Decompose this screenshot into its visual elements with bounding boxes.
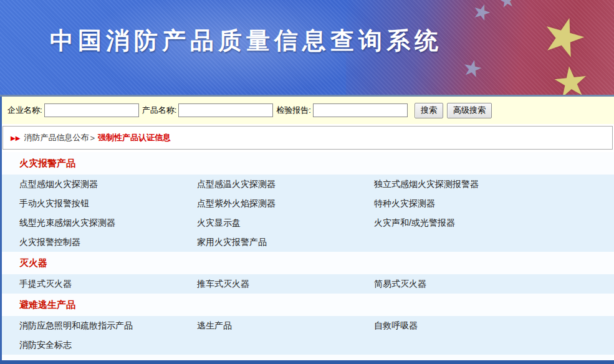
link-cell: 火灾声和/或光警报器	[374, 217, 614, 229]
search-button[interactable]: 搜索	[415, 103, 443, 118]
content: 企业名称: 产品名称: 检验报告: 搜索 高级搜索 ▶▶ 消防产品信息公布 > …	[0, 97, 614, 360]
link-cell: 逃生产品	[197, 320, 374, 332]
product-name-label: 产品名称:	[142, 105, 177, 116]
link-row: 线型光束感烟火灾探测器火灾显示盘火灾声和/或光警报器	[2, 213, 614, 232]
search-bar: 企业名称: 产品名称: 检验报告: 搜索 高级搜索	[2, 97, 614, 124]
product-link[interactable]: 推车式灭火器	[197, 279, 249, 289]
product-link[interactable]: 手动火灾报警按钮	[19, 198, 89, 208]
product-link[interactable]: 独立式感烟火灾探测报警器	[374, 179, 479, 189]
link-block: 消防应急照明和疏散指示产品逃生产品自救呼吸器消防安全标志	[2, 316, 614, 355]
breadcrumb-separator: >	[90, 133, 95, 143]
link-row: 手提式灭火器推车式灭火器简易式灭火器	[2, 274, 614, 294]
link-cell: 手动火灾报警按钮	[2, 198, 197, 209]
product-link[interactable]: 线型光束感烟火灾探测器	[19, 218, 115, 228]
link-cell: 家用火灾报警产品	[197, 236, 374, 248]
product-link[interactable]: 点型感温火灾探测器	[197, 179, 276, 189]
breadcrumb-wrap: ▶▶ 消防产品信息公布 > 强制性产品认证信息	[2, 124, 614, 152]
breadcrumb-current: 强制性产品认证信息	[98, 132, 171, 143]
link-cell: 独立式感烟火灾探测报警器	[374, 178, 614, 190]
banner: ★ ★ ★ ★ ★ 中国消防产品质量信息查询系统	[0, 0, 614, 97]
link-cell: 火灾报警控制器	[2, 236, 197, 248]
company-name-group: 企业名称:	[7, 103, 139, 117]
page-title: 中国消防产品质量信息查询系统	[0, 25, 492, 57]
product-link[interactable]: 火灾报警控制器	[19, 237, 80, 247]
link-cell: 推车式灭火器	[197, 278, 374, 290]
link-cell: 自救呼吸器	[374, 320, 614, 332]
link-cell: 点型感烟火灾探测器	[2, 178, 197, 190]
product-link[interactable]: 火灾声和/或光警报器	[374, 218, 455, 228]
link-row: 消防应急照明和疏散指示产品逃生产品自救呼吸器	[2, 316, 614, 335]
link-cell: 火灾显示盘	[197, 217, 374, 229]
breadcrumb-parent-link[interactable]: 消防产品信息公布	[24, 132, 89, 143]
product-link[interactable]: 特种火灾探测器	[374, 198, 435, 208]
company-name-input[interactable]	[44, 103, 139, 117]
inspection-report-input[interactable]	[313, 103, 408, 117]
link-cell: 简易式灭火器	[374, 278, 614, 290]
product-link[interactable]: 逃生产品	[197, 320, 232, 330]
breadcrumb: ▶▶ 消防产品信息公布 > 强制性产品认证信息	[2, 126, 613, 150]
page: ★ ★ ★ ★ ★ 中国消防产品质量信息查询系统 企业名称: 产品名称: 检验报…	[0, 0, 614, 364]
inspection-report-label: 检验报告:	[276, 105, 311, 116]
link-row: 点型感烟火灾探测器点型感温火灾探测器独立式感烟火灾探测报警器	[2, 175, 614, 194]
section-title: 避难逃生产品	[2, 294, 614, 316]
product-link[interactable]: 消防应急照明和疏散指示产品	[19, 320, 133, 330]
link-cell: 特种火灾探测器	[374, 198, 614, 209]
link-row: 火灾报警控制器家用火灾报警产品	[2, 232, 614, 252]
product-name-input[interactable]	[178, 103, 273, 117]
sections: 火灾报警产品点型感烟火灾探测器点型感温火灾探测器独立式感烟火灾探测报警器手动火灾…	[2, 152, 614, 360]
link-row: 消防安全标志	[2, 335, 614, 355]
link-block: 点型感烟火灾探测器点型感温火灾探测器独立式感烟火灾探测报警器手动火灾报警按钮点型…	[2, 175, 614, 252]
product-link[interactable]: 家用火灾报警产品	[197, 237, 267, 247]
double-arrow-icon: ▶▶	[11, 135, 20, 141]
link-cell: 消防应急照明和疏散指示产品	[2, 320, 197, 332]
section-title: 灭火器	[2, 252, 614, 274]
inspection-report-group: 检验报告:	[276, 103, 408, 117]
product-name-group: 产品名称:	[142, 103, 274, 117]
product-link[interactable]: 点型感烟火灾探测器	[19, 179, 98, 189]
link-cell: 点型紫外火焰探测器	[197, 198, 374, 209]
link-cell: 点型感温火灾探测器	[197, 178, 374, 190]
section-title: 火灾报警产品	[2, 152, 614, 175]
product-link[interactable]: 火灾显示盘	[197, 218, 241, 228]
company-name-label: 企业名称:	[7, 105, 42, 116]
product-link[interactable]: 点型紫外火焰探测器	[197, 198, 276, 208]
bottom-border-bar	[0, 360, 614, 364]
product-link[interactable]: 手提式灭火器	[19, 279, 72, 289]
link-block: 手提式灭火器推车式灭火器简易式灭火器	[2, 274, 614, 294]
product-link[interactable]: 简易式灭火器	[374, 279, 426, 289]
product-link[interactable]: 自救呼吸器	[374, 320, 418, 330]
link-cell: 线型光束感烟火灾探测器	[2, 217, 197, 229]
link-cell: 手提式灭火器	[2, 278, 197, 290]
bottom-spacer	[2, 355, 614, 360]
product-link[interactable]: 消防安全标志	[19, 340, 72, 350]
advanced-search-button[interactable]: 高级搜索	[447, 103, 492, 118]
link-row: 手动火灾报警按钮点型紫外火焰探测器特种火灾探测器	[2, 194, 614, 213]
link-cell: 消防安全标志	[2, 339, 197, 351]
